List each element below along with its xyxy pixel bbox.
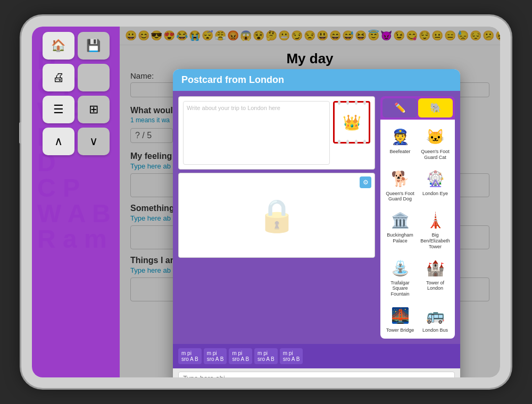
- toolbar-row-3: ☰ ⊞: [36, 96, 115, 123]
- queens-guard-cat-icon: 🐱: [422, 125, 448, 149]
- tower-bridge-label: Tower Bridge: [386, 327, 414, 333]
- toolbar-row-4: ∧ ∨: [36, 128, 115, 155]
- menu-button[interactable]: ☰: [43, 96, 74, 123]
- big-ben-label: Big Ben/Elizabeth Tower: [420, 232, 451, 249]
- london-eye-icon: 🎡: [422, 167, 448, 191]
- london-bus-label: London Bus: [422, 327, 448, 333]
- postcard-write-area[interactable]: Write about your trip to London here: [183, 101, 330, 165]
- clipart-london-eye[interactable]: 🎡 London Eye: [419, 165, 452, 205]
- clipart-big-ben[interactable]: 🗼 Big Ben/Elizabeth Tower: [419, 206, 452, 251]
- modal-body: Write about your trip to London here: [173, 91, 460, 344]
- home-button[interactable]: 🏠: [43, 32, 74, 60]
- clipart-tower-of-london[interactable]: 🏰 Tower of London: [419, 254, 452, 299]
- tablet-side-button[interactable]: [19, 122, 21, 144]
- bottom-tile-1: m pisro A B: [178, 348, 202, 364]
- modal-header: Postcard from London: [173, 69, 460, 91]
- bottom-tile-2: m pisro A B: [204, 348, 227, 364]
- up-button[interactable]: ∧: [43, 128, 74, 155]
- clipart-trafalgar[interactable]: ⛲ Trafalgar Square Fountain: [384, 254, 417, 299]
- toolbar-row-2: 🖨: [36, 64, 115, 91]
- bottom-tile-5: m pisro A B: [280, 348, 303, 364]
- queens-guard-dog-label: Queen's Foot Guard Dog: [385, 191, 415, 203]
- clipart-buckingham-palace[interactable]: 🏛️ Buckingham Palace: [384, 206, 417, 251]
- postcard-top: Write about your trip to London here: [178, 96, 375, 170]
- modal-text-input[interactable]: [178, 372, 455, 377]
- postcard-modal: Postcard from London Write about your tr…: [173, 69, 460, 377]
- tablet-frame: DC PW A BR g mDC PW A BR a m 🏠 💾 🖨 ☰ ⊞ ∧: [21, 16, 511, 388]
- bottom-tile-4: m pisro A B: [254, 348, 278, 364]
- big-ben-icon: 🗼: [422, 208, 448, 232]
- main-content: 😀 😊 😎 😍 😂 😭 😴 😤 😡 😱 😵 🤔 😬 😏 😒 😃 😄 😅 😆: [120, 27, 500, 377]
- tablet-screen: DC PW A BR g mDC PW A BR a m 🏠 💾 🖨 ☰ ⊞ ∧: [32, 27, 500, 377]
- postcard-stamp: 👑: [333, 101, 370, 144]
- clipart-tabs: ✏️ 🐘: [380, 96, 455, 120]
- expand-button[interactable]: ⊞: [78, 96, 110, 123]
- postcard-gear-button[interactable]: ⚙: [360, 176, 371, 188]
- clipart-tower-bridge[interactable]: 🌉 Tower Bridge: [384, 301, 417, 335]
- modal-input-row: [173, 368, 460, 377]
- trafalgar-label: Trafalgar Square Fountain: [385, 280, 415, 297]
- sidebar-toolbar: 🏠 💾 🖨 ☰ ⊞ ∧ ∨: [36, 32, 115, 155]
- down-button[interactable]: ∨: [78, 128, 110, 155]
- beefeater-icon: 👮: [387, 125, 413, 149]
- modal-bottom-tiles: m pisro A B m pisro A B m pisro A B m pi…: [173, 344, 460, 368]
- postcard-container: Write about your trip to London here: [178, 96, 375, 339]
- modal-overlay: Postcard from London Write about your tr…: [120, 27, 500, 377]
- clipart-queens-foot-guard-dog[interactable]: 🐕 Queen's Foot Guard Dog: [384, 165, 417, 205]
- clipart-queens-foot-guard-cat[interactable]: 🐱 Queen's Foot Guard Cat: [419, 123, 452, 163]
- tower-of-london-label: Tower of London: [420, 280, 451, 292]
- clipart-beefeater[interactable]: 👮 Beefeater: [384, 123, 417, 163]
- london-bus-icon: 🚌: [422, 304, 448, 327]
- beefeater-label: Beefeater: [389, 149, 410, 155]
- postcard-watermark: 🔒: [257, 197, 297, 234]
- blank-button[interactable]: [78, 64, 110, 91]
- tower-of-london-icon: 🏰: [422, 256, 448, 280]
- elephant-tab[interactable]: 🐘: [418, 98, 453, 117]
- postcard-write-placeholder: Write about your trip to London here: [187, 105, 280, 111]
- modal-title: Postcard from London: [181, 74, 284, 86]
- trafalgar-icon: ⛲: [387, 256, 413, 280]
- tower-bridge-icon: 🌉: [387, 304, 413, 327]
- clipart-panel: ✏️ 🐘 👮 Beefeater 🐱 Queen's F: [380, 96, 455, 339]
- save-button[interactable]: 💾: [78, 32, 110, 60]
- postcard-address-area[interactable]: 🔒 ⚙: [178, 173, 375, 258]
- queens-guard-cat-label: Queen's Foot Guard Cat: [420, 149, 451, 161]
- clipart-london-bus[interactable]: 🚌 London Bus: [419, 301, 452, 335]
- pen-tab[interactable]: ✏️: [383, 98, 417, 117]
- toolbar-row-1: 🏠 💾: [36, 32, 115, 60]
- print-button[interactable]: 🖨: [43, 64, 74, 91]
- queens-guard-dog-icon: 🐕: [387, 167, 413, 191]
- clipart-grid: 👮 Beefeater 🐱 Queen's Foot Guard Cat 🐕: [380, 120, 455, 339]
- buckingham-palace-icon: 🏛️: [387, 208, 413, 232]
- buckingham-palace-label: Buckingham Palace: [385, 232, 415, 244]
- london-eye-label: London Eye: [422, 191, 448, 197]
- sidebar: DC PW A BR g mDC PW A BR a m 🏠 💾 🖨 ☰ ⊞ ∧: [32, 27, 120, 377]
- bottom-tile-3: m pisro A B: [229, 348, 252, 364]
